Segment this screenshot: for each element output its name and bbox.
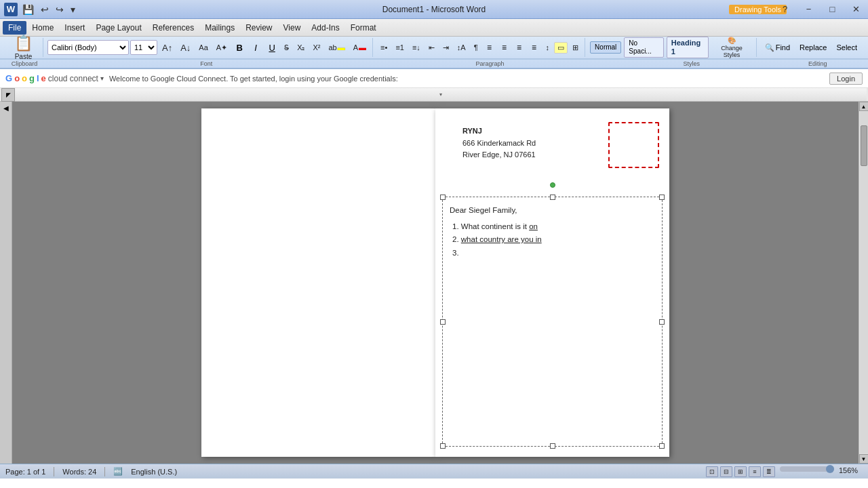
- spell-check-icon[interactable]: 🔤: [113, 467, 123, 476]
- line-spacing-button[interactable]: ↕: [542, 42, 553, 53]
- menu-bar: File Home Insert Page Layout References …: [0, 19, 868, 37]
- italic-button[interactable]: I: [248, 41, 263, 54]
- left-panel-toggle[interactable]: ◀: [0, 102, 12, 464]
- decrease-indent-button[interactable]: ⇤: [425, 42, 438, 54]
- draft-btn[interactable]: ≣: [763, 466, 775, 477]
- menu-insert[interactable]: Insert: [59, 21, 90, 35]
- align-center-button[interactable]: ≡: [498, 41, 511, 54]
- ribbon-row1: 📋 Paste Calibri (Body) 11 A↑ A↓ Aa A✦ B …: [0, 37, 868, 58]
- superscript-button[interactable]: X²: [310, 42, 324, 53]
- clipboard-group: 📋 Paste: [4, 38, 43, 57]
- web-layout-btn[interactable]: ⊞: [734, 466, 747, 477]
- menu-mailings[interactable]: Mailings: [199, 21, 240, 35]
- menu-view[interactable]: View: [278, 21, 307, 35]
- borders-button[interactable]: ⊞: [569, 42, 582, 54]
- text-effects-button[interactable]: A✦: [213, 42, 231, 54]
- underline-button[interactable]: U: [264, 41, 279, 54]
- shading-button[interactable]: ▭: [554, 42, 568, 54]
- handle-middle-left[interactable]: [440, 319, 446, 325]
- font-color-button[interactable]: A▬: [350, 42, 370, 53]
- paste-button[interactable]: 📋 Paste: [8, 33, 39, 62]
- handle-top-left[interactable]: [440, 195, 446, 200]
- editing-group: 🔍 Find Replace Select: [758, 38, 864, 57]
- style-normal[interactable]: Normal: [590, 41, 621, 54]
- font-group: Calibri (Body) 11 A↑ A↓ Aa A✦ B I U S̶ X…: [45, 38, 373, 57]
- handle-bottom-left[interactable]: [440, 443, 446, 449]
- highlight-button[interactable]: ab▬: [326, 42, 349, 53]
- menu-review[interactable]: Review: [240, 21, 277, 35]
- zoom-thumb[interactable]: [826, 465, 834, 473]
- find-button[interactable]: 🔍 Find: [761, 41, 794, 54]
- multilevel-list-button[interactable]: ≡↓: [409, 42, 424, 53]
- change-styles-button[interactable]: 🎨 Change Styles: [711, 35, 753, 60]
- handle-middle-right[interactable]: [659, 319, 665, 325]
- ruler-area: ◤ ▾: [0, 88, 868, 102]
- menu-references[interactable]: References: [147, 21, 199, 35]
- scroll-track[interactable]: [860, 112, 868, 453]
- handle-top-middle[interactable]: [550, 195, 555, 200]
- numbering-button[interactable]: ≡1: [392, 42, 408, 53]
- redo-qa-button[interactable]: ↪: [54, 4, 66, 15]
- vertical-scrollbar[interactable]: ▲ ▼: [859, 102, 868, 464]
- text-box-content[interactable]: Dear Siegel Family, 1. What continent is…: [450, 204, 655, 260]
- font-size-select[interactable]: 11: [130, 40, 157, 55]
- handle-bottom-right[interactable]: [659, 443, 665, 449]
- style-heading1[interactable]: Heading 1: [667, 37, 709, 58]
- justify-button[interactable]: ≡: [528, 41, 541, 54]
- zoom-level[interactable]: 156%: [839, 466, 863, 477]
- text-box-selected[interactable]: Dear Siegel Family, 1. What continent is…: [442, 197, 663, 447]
- subscript-button[interactable]: X₂: [294, 42, 308, 54]
- print-layout-btn[interactable]: ⊡: [706, 466, 718, 477]
- menu-format[interactable]: Format: [345, 21, 382, 35]
- scroll-thumb[interactable]: [861, 125, 867, 166]
- window-controls: ? − □ ✕: [773, 0, 868, 19]
- help-button[interactable]: ?: [773, 0, 797, 19]
- language[interactable]: English (U.S.): [131, 468, 177, 476]
- scroll-down-button[interactable]: ▼: [859, 454, 869, 464]
- styles-group: Normal No Spaci... Heading 1 🎨 Change St…: [587, 38, 757, 57]
- bullets-button[interactable]: ≡•: [377, 42, 391, 53]
- document-canvas[interactable]: RYNJ 666 Kinderkamack Rd River Edge, NJ …: [12, 102, 859, 464]
- address-street: 666 Kinderkamack Rd: [462, 138, 536, 150]
- save-qa-button[interactable]: 💾: [20, 4, 36, 15]
- minimize-button[interactable]: −: [797, 0, 821, 19]
- close-button[interactable]: ✕: [844, 0, 868, 19]
- restore-button[interactable]: □: [821, 0, 844, 19]
- handle-top-right[interactable]: [659, 195, 665, 200]
- align-left-button[interactable]: ≡: [483, 41, 496, 54]
- rotation-handle[interactable]: [550, 182, 555, 188]
- clear-format-button[interactable]: Aa: [195, 42, 211, 53]
- bold-button[interactable]: B: [232, 41, 247, 54]
- align-right-button[interactable]: ≡: [513, 41, 526, 54]
- undo-qa-button[interactable]: ↩: [39, 4, 51, 15]
- select-button[interactable]: Select: [832, 41, 861, 54]
- full-screen-btn[interactable]: ⊟: [720, 466, 732, 477]
- item2-underline: what country are you in: [461, 235, 542, 243]
- strikethrough-button[interactable]: S̶: [281, 42, 292, 54]
- login-button[interactable]: Login: [829, 73, 863, 85]
- grow-font-button[interactable]: A↑: [159, 41, 176, 54]
- statusbar-divider2: [104, 467, 105, 476]
- font-family-select[interactable]: Calibri (Body): [47, 40, 129, 55]
- text-box-container[interactable]: Dear Siegel Family, 1. What continent is…: [442, 197, 663, 447]
- increase-indent-button[interactable]: ⇥: [439, 42, 452, 54]
- ribbon: 📋 Paste Calibri (Body) 11 A↑ A↓ Aa A✦ B …: [0, 37, 868, 69]
- stamp-box: [608, 122, 659, 168]
- scroll-up-button[interactable]: ▲: [859, 102, 869, 111]
- handle-bottom-middle[interactable]: [550, 443, 555, 449]
- outline-btn[interactable]: ≡: [749, 466, 761, 477]
- style-no-spacing[interactable]: No Spaci...: [624, 37, 663, 58]
- menu-page-layout[interactable]: Page Layout: [90, 21, 146, 35]
- sort-button[interactable]: ↕A: [454, 42, 469, 53]
- shrink-font-button[interactable]: A↓: [177, 41, 194, 54]
- zoom-slider[interactable]: [780, 466, 834, 472]
- show-hide-button[interactable]: ¶: [471, 42, 481, 53]
- ribbon-labels-row: Clipboard Font Paragraph Styles Editing: [0, 58, 868, 68]
- menu-addins[interactable]: Add-Ins: [306, 21, 344, 35]
- right-page[interactable]: RYNJ 666 Kinderkamack Rd River Edge, NJ …: [435, 108, 669, 457]
- gcc-dropdown-icon[interactable]: ▾: [100, 75, 104, 82]
- customize-qa-button[interactable]: ▾: [68, 4, 77, 15]
- letter-item1: 1. What continent is it on: [452, 220, 655, 234]
- replace-button[interactable]: Replace: [795, 41, 831, 54]
- ruler-toggle-button[interactable]: ◤: [1, 88, 15, 102]
